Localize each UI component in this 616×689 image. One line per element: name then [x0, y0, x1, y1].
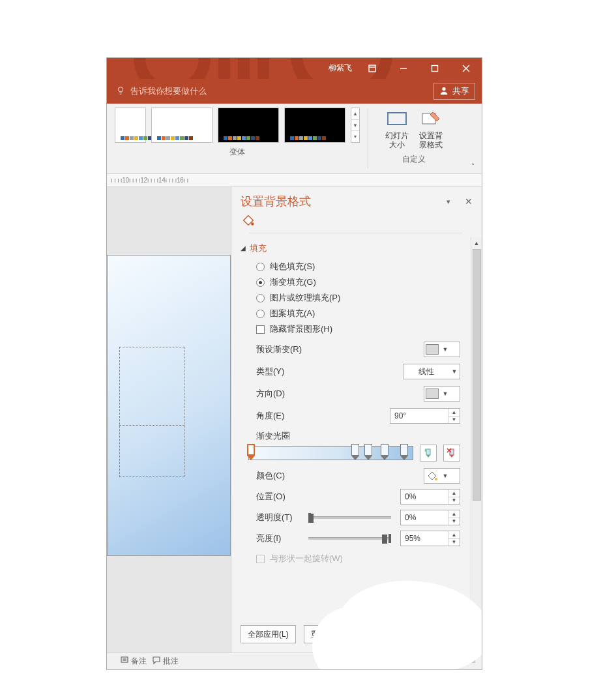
preset-gradient-label: 预设渐变(R): [256, 344, 424, 355]
account-name[interactable]: 柳紫飞: [329, 63, 352, 74]
content-placeholder[interactable]: [119, 347, 184, 477]
gradient-stops-ramp[interactable]: [248, 446, 413, 460]
format-background-pane: 设置背景格式 ▾ ✕ ◢ 填充: [231, 187, 482, 652]
swatch-icon: [426, 388, 439, 399]
transparency-slider[interactable]: [308, 511, 395, 524]
gradient-stop[interactable]: [400, 444, 409, 463]
svg-rect-15: [388, 113, 406, 125]
pane-options-button[interactable]: ▾: [447, 198, 450, 206]
chevron-down-icon: ▼: [440, 346, 450, 353]
svg-point-17: [251, 222, 254, 226]
swatch-icon: [426, 344, 439, 355]
ribbon-display-options-button[interactable]: [357, 58, 388, 79]
gradient-stops-label: 渐变光圈: [256, 430, 460, 442]
format-background-icon: [418, 108, 443, 130]
type-combo[interactable]: 线性 ▼: [403, 364, 460, 379]
tellme-bar: 告诉我你想要做什么 共享: [107, 79, 482, 104]
scroll-up-button[interactable]: ▲: [471, 237, 482, 248]
variant-thumb[interactable]: [151, 108, 213, 143]
notes-icon: [120, 656, 129, 667]
variants-label: 变体: [229, 147, 245, 158]
gradient-stop[interactable]: [351, 444, 360, 463]
add-gradient-stop-button[interactable]: +: [420, 445, 437, 462]
spin-buttons[interactable]: ▲▼: [448, 409, 460, 423]
gradient-stop[interactable]: [380, 444, 389, 463]
placeholder-divider: [119, 425, 184, 426]
preset-gradient-combo[interactable]: ▼: [424, 342, 460, 357]
transparency-label: 透明度(T): [256, 512, 303, 523]
title-bar: 柳紫飞: [107, 58, 482, 79]
horizontal-ruler: ı ı ı ı10ı ı ı ı12ı ı ı ı14ı ı ı ı16ı ı: [107, 174, 482, 187]
pane-scrollbar[interactable]: ▲ ▼: [471, 237, 482, 619]
pane-tab-underline: [250, 233, 463, 233]
radio-solid-fill[interactable]: 纯色填充(S): [256, 261, 460, 272]
color-combo[interactable]: ▼: [424, 468, 460, 484]
position-spinner[interactable]: 0% ▲▼: [400, 489, 460, 505]
close-button[interactable]: [450, 58, 482, 79]
notes-button[interactable]: 备注: [120, 656, 147, 667]
variants-group: ▲▼▾ 变体: [107, 104, 368, 173]
brightness-label: 亮度(I): [256, 533, 303, 544]
pane-content: ◢ 填充 纯色填充(S) 渐变填充(G) 图片或纹理填充(P): [231, 237, 471, 619]
gradient-stop[interactable]: [246, 444, 256, 463]
torn-edge-overlay: [338, 581, 482, 670]
comments-icon: [152, 656, 161, 667]
minimize-button[interactable]: [388, 58, 419, 79]
share-button[interactable]: 共享: [433, 83, 475, 100]
variant-thumb[interactable]: [115, 108, 146, 143]
direction-label: 方向(D): [256, 388, 424, 400]
person-icon: [439, 86, 448, 97]
radio-icon: [256, 263, 265, 271]
fill-expander[interactable]: ◢ 填充: [241, 242, 460, 254]
variant-gallery[interactable]: ▲▼▾: [115, 108, 360, 143]
format-background-button[interactable]: 设置背 景格式: [415, 108, 447, 150]
slide-canvas[interactable]: [107, 255, 231, 556]
color-label: 颜色(C): [256, 470, 424, 482]
apply-to-all-button[interactable]: 全部应用(L): [241, 625, 296, 643]
svg-point-11: [119, 87, 123, 91]
rotate-with-shape-checkbox: 与形状一起旋转(W): [256, 553, 460, 564]
variant-thumb[interactable]: [284, 108, 345, 143]
app-window: 柳紫飞 告诉我你想要做什么: [106, 57, 482, 670]
brightness-spinner[interactable]: 95% ▲▼: [400, 531, 460, 546]
angle-label: 角度(E): [256, 410, 390, 422]
slide-size-button[interactable]: 幻灯片 大小: [381, 108, 413, 150]
direction-combo[interactable]: ▼: [424, 386, 460, 402]
chevron-down-icon: ▼: [449, 368, 460, 375]
svg-point-0: [139, 58, 205, 79]
svg-rect-5: [369, 65, 375, 72]
chevron-down-icon: ▼: [440, 390, 450, 397]
variant-gallery-more[interactable]: ▲▼▾: [351, 108, 360, 143]
customize-label: 自定义: [402, 154, 426, 165]
chevron-down-icon: ▼: [440, 473, 450, 479]
comments-button[interactable]: 批注: [152, 656, 179, 667]
maximize-button[interactable]: [419, 58, 450, 79]
scroll-thumb[interactable]: [473, 249, 481, 501]
brightness-slider[interactable]: [308, 532, 395, 545]
variant-thumb[interactable]: [218, 108, 279, 143]
radio-picture-fill[interactable]: 图片或纹理填充(P): [256, 292, 460, 304]
swatch-row: [157, 136, 193, 140]
ribbon: ▲▼▾ 变体 幻灯片 大小 设置背 景格式: [107, 104, 482, 174]
customize-group: 幻灯片 大小 设置背 景格式 自定义: [368, 104, 460, 173]
svg-point-14: [442, 87, 445, 90]
tellme-search[interactable]: 告诉我你想要做什么: [116, 85, 207, 97]
fill-bucket-icon[interactable]: [241, 213, 255, 227]
svg-rect-8: [432, 66, 438, 72]
pane-close-button[interactable]: ✕: [465, 196, 473, 207]
angle-spinner[interactable]: 90° ▲▼: [390, 408, 460, 424]
paint-bucket-icon: [426, 469, 439, 482]
type-label: 类型(Y): [256, 366, 403, 377]
radio-pattern-fill[interactable]: 图案填充(A): [256, 308, 460, 319]
checkbox-icon: [256, 325, 265, 334]
transparency-spinner[interactable]: 0% ▲▼: [400, 510, 460, 525]
hide-background-graphics-checkbox[interactable]: 隐藏背景图形(H): [256, 323, 460, 335]
remove-gradient-stop-button[interactable]: [443, 445, 460, 462]
lightbulb-icon: [116, 86, 125, 97]
pane-title: 设置背景格式: [241, 194, 311, 209]
gradient-stop[interactable]: [364, 444, 373, 463]
collapse-ribbon-button[interactable]: ˄: [467, 160, 478, 171]
swatch-row: [290, 136, 326, 140]
window-controls: [357, 58, 482, 79]
radio-gradient-fill[interactable]: 渐变填充(G): [256, 276, 460, 288]
